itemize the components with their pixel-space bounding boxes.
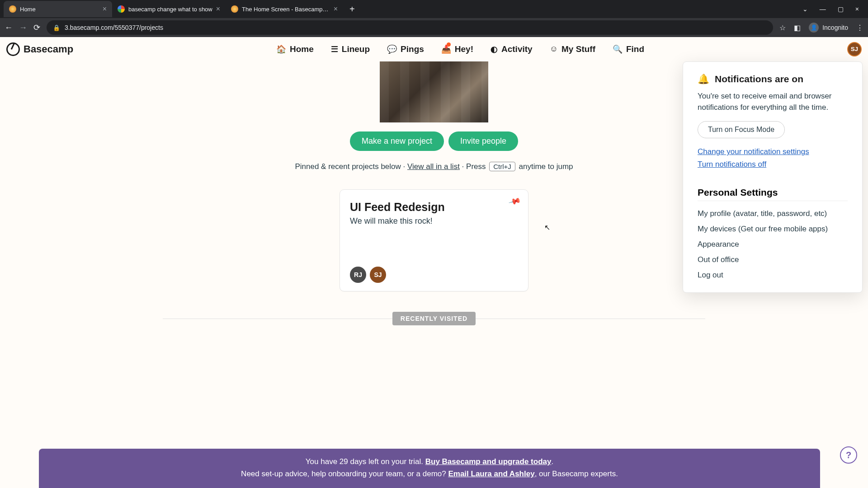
log-out-link[interactable]: Log out xyxy=(698,271,848,280)
trial-text: Need set-up advice, help onboarding your… xyxy=(241,469,448,478)
nav-label: My Stuff xyxy=(561,44,595,54)
tab-title: The Home Screen - Basecamp He xyxy=(242,6,330,13)
appearance-link[interactable]: Appearance xyxy=(698,240,848,249)
tab-dropdown-icon[interactable]: ⌄ xyxy=(802,5,808,13)
logo-text: Basecamp xyxy=(24,43,73,55)
minimize-icon[interactable]: — xyxy=(820,5,826,13)
email-experts-link[interactable]: Email Laura and Ashley xyxy=(448,469,534,478)
hint-line: Pinned & recent projects below · View al… xyxy=(295,162,573,171)
focus-mode-button[interactable]: Turn on Focus Mode xyxy=(698,121,785,138)
browser-chrome: Home × basecamp change what to show × Th… xyxy=(0,0,868,37)
favicon-icon xyxy=(118,5,125,13)
nav-label: Find xyxy=(626,44,644,54)
nav-label: Activity xyxy=(501,44,533,54)
nav-mystuff[interactable]: ☺My Stuff xyxy=(550,44,595,54)
home-icon: 🏠 xyxy=(276,44,286,54)
nav-find[interactable]: 🔍Find xyxy=(613,44,644,54)
browser-tab-2[interactable]: The Home Screen - Basecamp He × xyxy=(226,1,343,17)
extensions-icon[interactable]: ◧ xyxy=(794,23,801,32)
browser-tab-0[interactable]: Home × xyxy=(4,1,112,17)
invite-people-button[interactable]: Invite people xyxy=(448,131,518,151)
user-avatar[interactable]: SJ xyxy=(847,42,862,56)
user-dropdown-panel: 🔔 Notifications are on You're set to rec… xyxy=(683,61,863,293)
notifications-heading-text: Notifications are on xyxy=(715,74,803,84)
nav-pings[interactable]: 💬Pings xyxy=(387,44,424,54)
address-bar[interactable]: 🔒 3.basecamp.com/5550377/projects xyxy=(47,20,773,35)
my-devices-link[interactable]: My devices (Get our free mobile apps) xyxy=(698,225,848,234)
trial-text: You have 29 days left on your trial. xyxy=(306,457,425,466)
bookmark-icon[interactable]: ☆ xyxy=(779,23,786,32)
browser-tab-1[interactable]: basecamp change what to show × xyxy=(112,1,226,17)
help-icon: ? xyxy=(846,450,851,460)
personal-settings-heading: Personal Settings xyxy=(698,187,848,201)
browser-toolbar: ← → ⟳ 🔒 3.basecamp.com/5550377/projects … xyxy=(0,18,868,37)
reload-button[interactable]: ⟳ xyxy=(33,23,40,33)
trial-banner: You have 29 days left on your trial. Buy… xyxy=(39,449,820,488)
trial-line-2: Need set-up advice, help onboarding your… xyxy=(48,468,811,480)
new-tab-button[interactable]: + xyxy=(343,4,361,14)
hint-suffix: anytime to jump xyxy=(517,162,573,171)
action-buttons: Make a new project Invite people xyxy=(350,131,518,151)
close-icon[interactable]: × xyxy=(334,5,338,13)
nav-label: Home xyxy=(290,44,314,54)
logo-mark-icon xyxy=(6,42,20,56)
forward-button[interactable]: → xyxy=(19,23,27,33)
notifications-description: You're set to receive email and browser … xyxy=(698,91,848,113)
notifications-heading: 🔔 Notifications are on xyxy=(698,74,848,84)
project-title: UI Feed Redesign xyxy=(350,201,518,214)
lock-icon: 🔒 xyxy=(53,24,60,31)
topnav: Basecamp 🏠Home ☰Lineup 💬Pings 📥Hey! ◐Act… xyxy=(0,37,868,61)
favicon-icon xyxy=(9,5,16,13)
nav-hey[interactable]: 📥Hey! xyxy=(441,44,473,54)
close-icon[interactable]: × xyxy=(216,5,220,13)
nav-label: Pings xyxy=(401,44,424,54)
incognito-icon: 👤 xyxy=(809,23,819,33)
buy-basecamp-link[interactable]: Buy Basecamp and upgrade today xyxy=(425,457,552,466)
hint-press: · Press xyxy=(460,162,488,171)
avatar-initials: SJ xyxy=(374,271,382,278)
out-of-office-link[interactable]: Out of office xyxy=(698,255,848,264)
new-project-button[interactable]: Make a new project xyxy=(350,131,444,151)
project-card[interactable]: 📌 UI Feed Redesign We will make this roc… xyxy=(340,189,528,291)
bell-icon: 🔔 xyxy=(698,74,709,84)
nav-label: Hey! xyxy=(455,44,473,54)
avatar-initials: RJ xyxy=(354,271,362,278)
avatar-initials: SJ xyxy=(851,46,858,52)
hero-image xyxy=(380,61,488,122)
notification-dot-icon xyxy=(447,42,451,47)
search-icon: 🔍 xyxy=(613,44,623,54)
back-button[interactable]: ← xyxy=(5,23,13,33)
maximize-icon[interactable]: ▢ xyxy=(838,5,844,13)
member-avatar[interactable]: RJ xyxy=(350,267,366,283)
window-controls: ⌄ — ▢ × xyxy=(802,5,868,13)
activity-icon: ◐ xyxy=(491,44,498,54)
notification-links: Change your notification settings Turn n… xyxy=(698,147,848,169)
member-avatar[interactable]: SJ xyxy=(370,267,386,283)
personal-settings-menu: My profile (avatar, title, password, etc… xyxy=(698,209,848,280)
recently-visited-heading: RECENTLY VISITED xyxy=(392,312,476,325)
tab-title: basecamp change what to show xyxy=(128,6,212,13)
project-description: We will make this rock! xyxy=(350,216,518,226)
my-profile-link[interactable]: My profile (avatar, title, password, etc… xyxy=(698,209,848,218)
view-all-link[interactable]: View all in a list xyxy=(407,162,460,171)
favicon-icon xyxy=(231,5,238,13)
incognito-label: Incognito xyxy=(822,24,848,31)
turn-notifications-off-link[interactable]: Turn notifications off xyxy=(698,160,848,169)
close-window-icon[interactable]: × xyxy=(855,5,859,13)
nav-lineup[interactable]: ☰Lineup xyxy=(331,44,370,54)
basecamp-logo[interactable]: Basecamp xyxy=(6,42,73,56)
nav-center: 🏠Home ☰Lineup 💬Pings 📥Hey! ◐Activity ☺My… xyxy=(73,44,847,54)
kebab-menu-icon[interactable]: ⋮ xyxy=(856,23,863,32)
tab-title: Home xyxy=(20,6,99,13)
close-icon[interactable]: × xyxy=(103,5,107,13)
section-divider: RECENTLY VISITED xyxy=(163,319,705,333)
nav-activity[interactable]: ◐Activity xyxy=(491,44,533,54)
change-notification-settings-link[interactable]: Change your notification settings xyxy=(698,147,848,156)
trial-text: , our Basecamp experts. xyxy=(535,469,618,478)
url-text: 3.basecamp.com/5550377/projects xyxy=(65,24,163,31)
help-button[interactable]: ? xyxy=(840,446,857,464)
tab-strip: Home × basecamp change what to show × Th… xyxy=(0,0,868,18)
nav-label: Lineup xyxy=(342,44,370,54)
trial-line-1: You have 29 days left on your trial. Buy… xyxy=(48,456,811,468)
nav-home[interactable]: 🏠Home xyxy=(276,44,314,54)
